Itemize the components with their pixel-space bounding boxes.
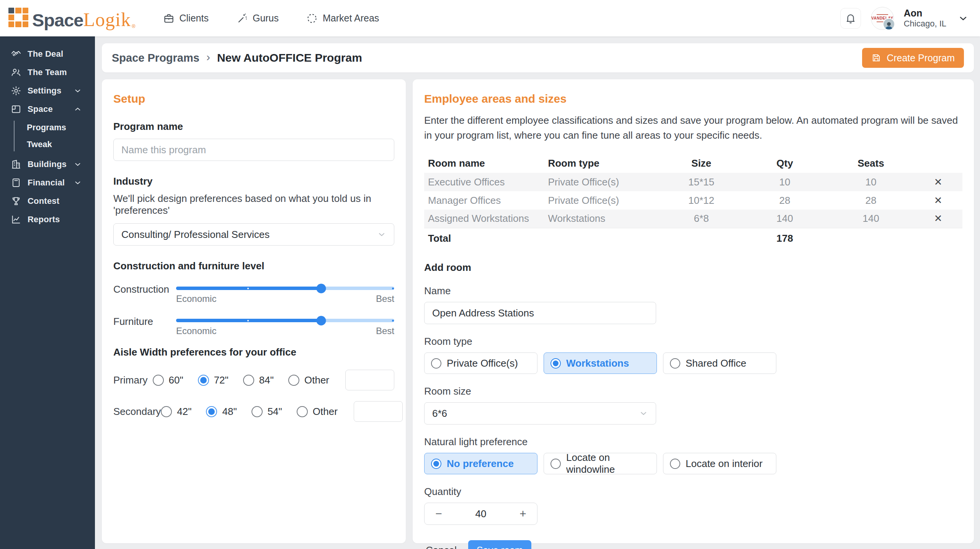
radio-checked-icon (206, 406, 217, 417)
radio-checked-icon (198, 375, 209, 386)
chevron-down-icon[interactable] (958, 13, 969, 24)
furniture-slider-handle[interactable] (317, 316, 326, 325)
col-size: Size (661, 154, 742, 173)
account-menu[interactable]: Aon Chicago, IL (904, 8, 946, 28)
chevron-down-icon (74, 160, 88, 169)
sidebar-item-tweak[interactable]: Tweak (0, 136, 95, 153)
quantity-decrease-button[interactable]: − (425, 503, 453, 524)
nav-market-areas[interactable]: Market Areas (306, 13, 379, 24)
radio-icon (288, 375, 299, 386)
breadcrumb: Space Programs › New AutoOFFICE Program … (102, 43, 974, 72)
cancel-button[interactable]: Cancel (424, 541, 458, 549)
avatar-decoration (877, 14, 888, 15)
sidebar-item-reports[interactable]: Reports (0, 210, 95, 229)
construction-slider-handle[interactable] (317, 284, 326, 293)
room-type-shared-office[interactable]: Shared Office (663, 352, 776, 374)
room-type-workstations[interactable]: Workstations (544, 352, 657, 374)
team-icon (11, 67, 28, 78)
nav-gurus-label: Gurus (253, 13, 279, 24)
remove-row-button[interactable]: ✕ (934, 195, 942, 206)
table-header-row: Room name Room type Size Qty Seats (424, 154, 962, 173)
dashed-circle-icon (306, 13, 318, 24)
col-actions (914, 154, 962, 173)
primary-option-72[interactable]: 72" (198, 374, 229, 386)
slider-min-label: Economic (176, 293, 216, 304)
sidebar-item-contest[interactable]: Contest (0, 192, 95, 210)
sidebar: The Deal The Team Settings (0, 36, 95, 549)
sidebar-label: Buildings (28, 159, 67, 169)
radio-icon (243, 375, 254, 386)
employee-areas-description: Enter the different employee classificat… (424, 113, 962, 143)
industry-select[interactable]: Consulting/ Professional Services (113, 223, 394, 246)
radio-icon (670, 358, 680, 369)
save-room-button[interactable]: Save room (468, 540, 531, 549)
breadcrumb-separator-icon: › (206, 51, 210, 65)
secondary-option-48[interactable]: 48" (206, 406, 237, 418)
sidebar-item-programs[interactable]: Programs (0, 119, 95, 136)
secondary-option-54[interactable]: 54" (252, 406, 282, 418)
avatar[interactable]: VANDELAY (871, 7, 894, 30)
remove-row-button[interactable]: ✕ (934, 213, 942, 225)
slider-end-mark (392, 287, 394, 289)
col-qty: Qty (742, 154, 828, 173)
program-name-input[interactable] (113, 139, 394, 161)
slider-mark (247, 288, 249, 289)
furniture-slider[interactable] (176, 319, 394, 322)
program-name-label: Program name (113, 121, 394, 133)
radio-icon (431, 358, 441, 369)
notifications-button[interactable] (840, 8, 861, 29)
sidebar-label: The Deal (28, 49, 63, 59)
light-locate-on-windowline[interactable]: Locate on windowline (544, 453, 657, 474)
gear-icon (11, 85, 28, 96)
primary-other-input[interactable] (345, 370, 394, 390)
sidebar-item-the-deal[interactable]: The Deal (0, 45, 95, 63)
sidebar-item-the-team[interactable]: The Team (0, 63, 95, 82)
secondary-option-42[interactable]: 42" (161, 406, 191, 418)
create-program-button[interactable]: Create Program (862, 48, 964, 68)
employee-areas-card: Employee areas and sizes Enter the diffe… (413, 79, 974, 543)
light-locate-on-interior[interactable]: Locate on interior (663, 453, 776, 474)
remove-row-button[interactable]: ✕ (934, 176, 942, 188)
sidebar-label: Financial (28, 178, 65, 188)
secondary-option-other[interactable]: Other (297, 406, 338, 418)
total-qty: 178 (742, 228, 828, 249)
breadcrumb-parent[interactable]: Space Programs (112, 52, 199, 64)
secondary-other-input[interactable] (354, 401, 403, 422)
construction-slider[interactable] (176, 287, 394, 290)
primary-option-60[interactable]: 60" (153, 374, 183, 386)
add-room-heading: Add room (424, 262, 962, 274)
save-icon (871, 53, 881, 63)
sidebar-item-space[interactable]: Space (0, 100, 95, 118)
sidebar-item-settings[interactable]: Settings (0, 82, 95, 100)
room-name-input[interactable] (424, 302, 656, 324)
top-navigation: Clients Gurus Market Areas (163, 13, 379, 24)
avatar-photo (883, 18, 895, 30)
secondary-aisle-row: Secondary 42" 48" 54" (113, 401, 394, 422)
furniture-slider-label: Furniture (113, 314, 176, 336)
primary-option-other[interactable]: Other (288, 374, 329, 386)
chevron-up-icon (74, 105, 88, 113)
slider-max-label: Best (376, 293, 394, 304)
table-row: Executive Offices Private Office(s) 15*1… (424, 173, 962, 191)
quantity-increase-button[interactable]: + (509, 503, 537, 524)
room-type-private-offices[interactable]: Private Office(s) (424, 352, 537, 374)
main-content: Space Programs › New AutoOFFICE Program … (95, 36, 980, 549)
layout-icon (11, 104, 28, 115)
spacelogik-logo[interactable]: Space Logik ® (8, 8, 136, 29)
industry-help-text: We'll pick design preferences based on w… (113, 193, 394, 216)
sidebar-sublabel: Programs (27, 123, 66, 133)
logo-text-secondary: Logik (83, 10, 131, 29)
sidebar-item-financial[interactable]: Financial (0, 174, 95, 192)
primary-option-84[interactable]: 84" (243, 374, 274, 386)
topbar: Space Logik ® Clients Gurus (0, 0, 980, 36)
slider-min-label: Economic (176, 326, 216, 336)
slider-mark (247, 320, 249, 321)
radio-checked-icon (431, 459, 441, 469)
nav-gurus[interactable]: Gurus (236, 13, 279, 24)
light-no-preference[interactable]: No preference (424, 453, 537, 474)
nav-clients[interactable]: Clients (163, 13, 209, 24)
room-size-select[interactable]: 6*6 (424, 402, 656, 424)
sidebar-item-buildings[interactable]: Buildings (0, 155, 95, 174)
construction-slider-label: Construction (113, 282, 176, 304)
table-row: Assigned Workstations Workstations 6*8 1… (424, 210, 962, 228)
